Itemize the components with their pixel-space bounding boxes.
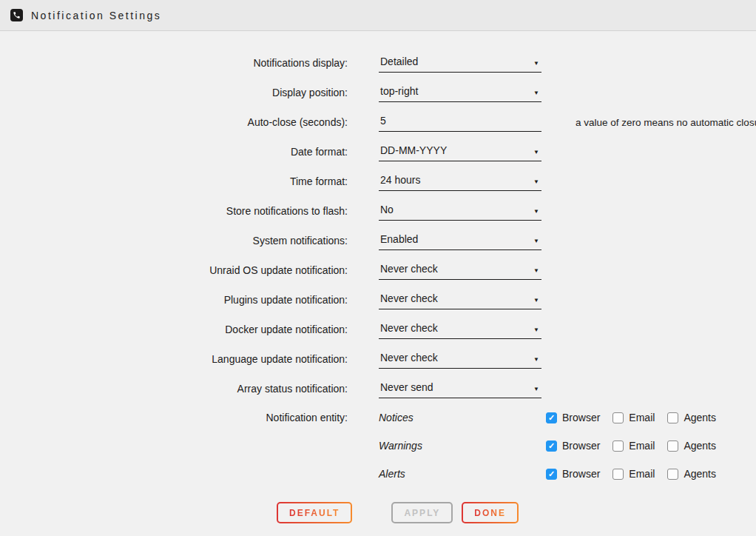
apply-button[interactable]: APPLY	[391, 502, 453, 523]
select-value: Never send	[380, 381, 433, 393]
select-array-status[interactable]: Never send ▼	[379, 382, 541, 398]
chevron-down-icon: ▼	[533, 325, 539, 335]
field-label: Display position:	[0, 87, 348, 98]
checkbox-alerts-agents[interactable]: ✓	[667, 469, 678, 480]
checkbox-notices-agents[interactable]: ✓	[667, 412, 678, 423]
field-label: Date format:	[0, 146, 348, 158]
channel-warnings-email[interactable]: ✓ Email	[612, 440, 655, 452]
select-display-position[interactable]: top-right ▼	[379, 86, 541, 102]
channel-label: Email	[629, 468, 655, 480]
check-icon: ✓	[548, 470, 555, 478]
select-plugins-update[interactable]: Never check ▼	[379, 293, 541, 309]
form-row: Date format: DD-MM-YYYY ▼	[0, 137, 756, 167]
channel-label: Agents	[684, 412, 716, 423]
button-row: DEFAULT APPLY DONE	[277, 502, 756, 523]
form-row: System notifications: Enabled ▼	[0, 226, 756, 255]
notification-settings-form: Notifications display: Detailed ▼ Displa…	[0, 31, 756, 523]
done-button[interactable]: DONE	[462, 502, 519, 523]
checkbox-alerts-email[interactable]: ✓	[612, 469, 624, 480]
select-value: Never check	[380, 322, 438, 334]
channel-label: Email	[629, 412, 655, 423]
chevron-down-icon: ▼	[533, 266, 539, 276]
check-icon: ✓	[548, 414, 555, 422]
chevron-down-icon: ▼	[533, 177, 539, 187]
select-value: Enabled	[380, 233, 418, 245]
select-value: 24 hours	[380, 174, 420, 186]
channel-notices-email[interactable]: ✓ Email	[612, 412, 655, 423]
chevron-down-icon: ▼	[533, 236, 539, 247]
checkbox-notices-email[interactable]: ✓	[612, 412, 624, 423]
field-help-text: a value of zero means no automatic closu…	[576, 117, 756, 128]
channel-group: ✓ Browser ✓ Email ✓ Agents	[546, 468, 729, 480]
field-label: Unraid OS update notification:	[0, 264, 348, 276]
field-label: Plugins update notification:	[0, 294, 348, 306]
page-header: Notification Settings	[0, 0, 756, 31]
select-date-format[interactable]: DD-MM-YYYY ▼	[379, 145, 541, 161]
channel-alerts-browser[interactable]: ✓ Browser	[546, 468, 600, 480]
channel-label: Agents	[684, 440, 716, 452]
select-docker-update[interactable]: Never check ▼	[379, 323, 541, 339]
chevron-down-icon: ▼	[533, 384, 539, 395]
chevron-down-icon: ▼	[533, 88, 539, 98]
field-label: Time format:	[0, 175, 348, 187]
select-unraid-os-update[interactable]: Never check ▼	[379, 264, 541, 280]
select-value: No	[380, 204, 394, 215]
select-value: Never check	[380, 263, 438, 275]
channel-alerts-agents[interactable]: ✓ Agents	[667, 468, 716, 480]
done-button-label: DONE	[474, 508, 506, 518]
channel-alerts-email[interactable]: ✓ Email	[612, 468, 655, 480]
entity-name: Alerts	[379, 468, 541, 480]
entity-row-notices: Notification entity: Notices ✓ Browser ✓…	[0, 403, 756, 432]
chevron-down-icon: ▼	[533, 207, 539, 217]
default-button[interactable]: DEFAULT	[277, 502, 352, 523]
entity-name: Notices	[379, 412, 541, 423]
select-value: top-right	[380, 85, 418, 97]
form-row: Auto-close (seconds): 5 a value of zero …	[0, 107, 756, 137]
form-row: Language update notification: Never chec…	[0, 344, 756, 374]
channel-warnings-agents[interactable]: ✓ Agents	[667, 440, 716, 452]
channel-notices-agents[interactable]: ✓ Agents	[667, 412, 716, 423]
check-icon: ✓	[548, 442, 555, 450]
field-label: Docker update notification:	[0, 324, 348, 335]
channel-label: Email	[629, 440, 655, 452]
field-label: Notification entity:	[0, 412, 348, 423]
checkbox-alerts-browser[interactable]: ✓	[546, 469, 557, 480]
checkbox-warnings-email[interactable]: ✓	[612, 440, 624, 452]
entity-row-warnings: Warnings ✓ Browser ✓ Email ✓ Agents	[0, 432, 756, 460]
field-label: System notifications:	[0, 235, 348, 247]
channel-group: ✓ Browser ✓ Email ✓ Agents	[546, 440, 729, 452]
channel-notices-browser[interactable]: ✓ Browser	[546, 412, 600, 423]
form-row: Notifications display: Detailed ▼	[0, 48, 756, 78]
chevron-down-icon: ▼	[533, 295, 539, 306]
form-row: Unraid OS update notification: Never che…	[0, 255, 756, 285]
select-value: Never check	[380, 352, 438, 364]
channel-label: Browser	[562, 440, 600, 452]
channel-warnings-browser[interactable]: ✓ Browser	[546, 440, 600, 452]
channel-label: Agents	[684, 468, 716, 480]
select-language-update[interactable]: Never check ▼	[379, 352, 541, 369]
chevron-down-icon: ▼	[533, 147, 539, 158]
default-button-label: DEFAULT	[289, 508, 340, 518]
checkbox-notices-browser[interactable]: ✓	[546, 412, 557, 423]
form-row: Display position: top-right ▼	[0, 78, 756, 107]
select-notifications-display[interactable]: Detailed ▼	[379, 56, 541, 73]
channel-group: ✓ Browser ✓ Email ✓ Agents	[546, 412, 729, 423]
form-row: Docker update notification: Never check …	[0, 315, 756, 344]
select-store-notifications-flash[interactable]: No ▼	[379, 204, 541, 221]
input-auto-close[interactable]: 5	[379, 115, 541, 132]
select-value: Detailed	[380, 56, 418, 67]
select-value: Never check	[380, 292, 438, 304]
checkbox-warnings-browser[interactable]: ✓	[546, 440, 557, 452]
apply-button-label: APPLY	[404, 508, 440, 518]
checkbox-warnings-agents[interactable]: ✓	[667, 440, 678, 452]
select-time-format[interactable]: 24 hours ▼	[379, 175, 541, 191]
field-label: Language update notification:	[0, 353, 348, 365]
channel-label: Browser	[562, 412, 600, 423]
chevron-down-icon: ▼	[533, 355, 539, 365]
page-title: Notification Settings	[31, 10, 161, 21]
select-value: DD-MM-YYYY	[380, 144, 447, 156]
notification-phone-square-icon	[10, 9, 23, 21]
select-system-notifications[interactable]: Enabled ▼	[379, 234, 541, 250]
form-row: Time format: 24 hours ▼	[0, 167, 756, 196]
form-row: Store notifications to flash: No ▼	[0, 196, 756, 226]
